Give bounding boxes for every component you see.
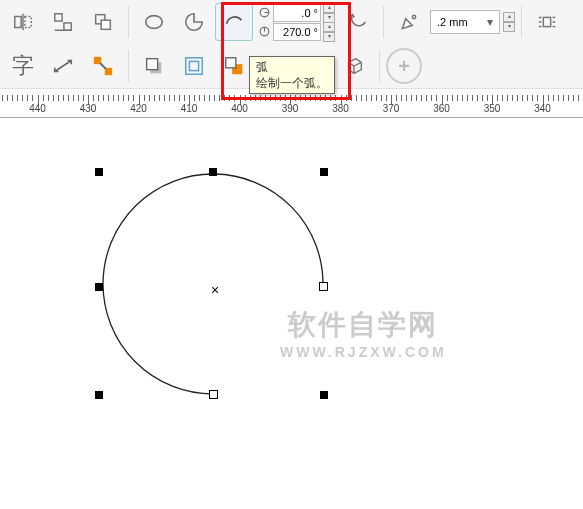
arc-angle-group: ▴▾ ▴▾: [255, 2, 337, 43]
start-angle-input[interactable]: [273, 4, 321, 22]
selection-handle[interactable]: [320, 168, 328, 176]
selection-handle[interactable]: [95, 168, 103, 176]
selection-handle[interactable]: [95, 283, 103, 291]
contour-tool-icon[interactable]: [175, 47, 213, 85]
outline-width-field[interactable]: ▾: [430, 10, 500, 34]
arc-endpoint[interactable]: [319, 282, 328, 291]
arc-tooltip: 弧 绘制一个弧。: [249, 56, 335, 94]
tooltip-title: 弧: [256, 59, 328, 75]
ruler-label: 440: [29, 103, 46, 114]
selection-handle[interactable]: [95, 391, 103, 399]
svg-rect-7: [101, 20, 110, 29]
watermark: 软件自学网 WWW.RJZXW.COM: [280, 308, 447, 360]
connector-tool-icon[interactable]: [84, 47, 122, 85]
drop-shadow-icon[interactable]: [135, 47, 173, 85]
mirror-horizontal-icon[interactable]: [4, 3, 42, 41]
svg-rect-27: [186, 58, 203, 75]
outline-pen-icon[interactable]: [390, 3, 428, 41]
ruler-label: 420: [130, 103, 147, 114]
chevron-down-icon[interactable]: ▾: [485, 17, 495, 27]
ruler-label: 370: [383, 103, 400, 114]
add-tool-button[interactable]: +: [386, 48, 422, 84]
selection-handle[interactable]: [320, 391, 328, 399]
ruler-label: 400: [231, 103, 248, 114]
end-angle-icon: [257, 25, 271, 39]
pie-tool-icon[interactable]: [175, 3, 213, 41]
dimension-tool-icon[interactable]: [44, 47, 82, 85]
ellipse-tool-icon[interactable]: [135, 3, 173, 41]
svg-rect-22: [95, 58, 101, 64]
selection-handle[interactable]: [209, 168, 217, 176]
svg-line-32: [354, 62, 361, 66]
svg-rect-4: [64, 23, 71, 30]
extrude-tool-icon[interactable]: [335, 47, 373, 85]
wrap-text-icon[interactable]: [528, 3, 566, 41]
svg-rect-14: [543, 17, 550, 26]
svg-rect-23: [106, 69, 112, 75]
ruler-label: 390: [282, 103, 299, 114]
center-marker: ×: [211, 282, 219, 298]
arc-tool-button[interactable]: [215, 3, 253, 41]
svg-line-21: [55, 61, 72, 72]
svg-rect-28: [189, 61, 198, 70]
ruler-label: 430: [80, 103, 97, 114]
text-tool-icon[interactable]: 字: [4, 47, 42, 85]
end-angle-input[interactable]: [273, 23, 321, 41]
watermark-line1: 软件自学网: [280, 308, 447, 342]
ruler-label: 410: [181, 103, 198, 114]
svg-rect-1: [25, 17, 31, 28]
svg-point-13: [412, 15, 415, 18]
start-angle-spinner[interactable]: ▴▾: [323, 3, 335, 23]
align-distribute-icon[interactable]: [44, 3, 82, 41]
svg-line-31: [349, 62, 355, 66]
outline-width-spinner[interactable]: ▴▾: [503, 12, 515, 32]
svg-line-24: [100, 63, 106, 69]
watermark-line2: WWW.RJZXW.COM: [280, 344, 447, 361]
svg-rect-30: [226, 58, 236, 68]
ruler-label: 350: [484, 103, 501, 114]
tooltip-desc: 绘制一个弧。: [256, 75, 328, 91]
svg-point-8: [146, 16, 163, 29]
ruler-label: 360: [433, 103, 450, 114]
ruler-label: 340: [534, 103, 551, 114]
blend-tool-icon[interactable]: [215, 47, 253, 85]
order-icon[interactable]: [84, 3, 122, 41]
svg-rect-26: [147, 59, 158, 70]
end-angle-spinner[interactable]: ▴▾: [323, 22, 335, 42]
svg-rect-3: [55, 14, 62, 21]
arc-endpoint[interactable]: [209, 390, 218, 399]
start-angle-icon: [257, 6, 271, 20]
swap-direction-icon[interactable]: [339, 3, 377, 41]
svg-rect-0: [15, 17, 21, 28]
ruler-horizontal: 450440430420410400390380370360350340: [0, 95, 583, 118]
ruler-label: 380: [332, 103, 349, 114]
outline-width-input[interactable]: [435, 15, 483, 29]
drawing-canvas[interactable]: × 软件自学网 WWW.RJZXW.COM: [0, 118, 583, 509]
